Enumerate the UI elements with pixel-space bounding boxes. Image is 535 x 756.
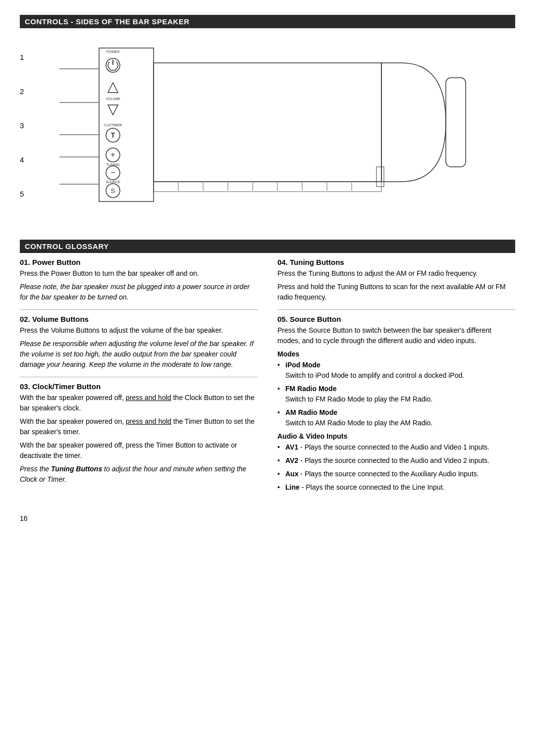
item-03-body1: With the bar speaker powered off, press … — [20, 393, 258, 413]
item-03-italic: Press the Tuning Buttons to adjust the h… — [20, 464, 258, 485]
av2-name: AV2 — [285, 456, 298, 464]
aux-desc: - Plays the source connected to the Auxi… — [298, 470, 479, 478]
svg-text:CLK/TIMER: CLK/TIMER — [104, 123, 122, 127]
svg-text:+: + — [110, 151, 115, 159]
mode-fm-desc: Switch to FM Radio Mode to play the FM R… — [285, 395, 432, 403]
divider-02 — [20, 377, 258, 377]
label-4: 4 — [20, 155, 35, 164]
av-item-av1: AV1 - Plays the source connected to the … — [277, 442, 515, 453]
divider-01 — [20, 309, 258, 310]
svg-marker-23 — [108, 105, 118, 115]
item-03-body3: With the bar speaker powered off, press … — [20, 440, 258, 461]
mode-am-name: AM Radio Mode — [285, 408, 337, 416]
mode-fm: FM Radio Mode Switch to FM Radio Mode to… — [277, 384, 515, 404]
av-item-aux: Aux - Plays the source connected to the … — [277, 469, 515, 479]
line-name: Line — [285, 483, 300, 491]
svg-text:T: T — [111, 131, 115, 139]
aux-name: Aux — [285, 470, 298, 478]
svg-rect-2 — [446, 78, 466, 167]
svg-rect-1 — [154, 63, 381, 182]
mode-fm-name: FM Radio Mode — [285, 385, 336, 393]
line-desc: - Plays the source connected to the Line… — [300, 483, 445, 491]
item-01-italic: Please note, the bar speaker must be plu… — [20, 282, 258, 302]
glossary-item-01: 01. Power Button Press the Power Button … — [20, 258, 258, 302]
av-item-line: Line - Plays the source connected to the… — [277, 482, 515, 493]
divider-04 — [277, 309, 515, 310]
item-02-title: 02. Volume Buttons — [20, 315, 258, 323]
glossary-item-04: 04. Tuning Buttons Press the Tuning Butt… — [277, 258, 515, 302]
svg-text:−: − — [110, 168, 115, 177]
italic-bold-tuning: Tuning Buttons — [51, 465, 102, 473]
item-01-title: 01. Power Button — [20, 258, 258, 266]
av1-name: AV1 — [285, 443, 298, 451]
glossary-item-03: 03. Clock/Timer Button With the bar spea… — [20, 382, 258, 485]
page-number: 16 — [20, 514, 515, 522]
glossary-section: 01. Power Button Press the Power Button … — [20, 258, 515, 500]
underline-presshold-1: press and hold — [126, 394, 171, 402]
label-5: 5 — [20, 190, 35, 198]
svg-rect-12 — [376, 167, 384, 187]
glossary-item-02: 02. Volume Buttons Press the Volume Butt… — [20, 315, 258, 370]
item-05-body: Press the Source Button to switch betwee… — [277, 325, 515, 346]
av1-desc: - Plays the source connected to the Audi… — [298, 443, 489, 451]
label-1: 1 — [20, 53, 35, 61]
diagram-area: 1 2 3 4 5 — [20, 33, 515, 228]
item-03-title: 03. Clock/Timer Button — [20, 382, 258, 391]
item-04-body1: Press the Tuning Buttons to adjust the A… — [277, 268, 515, 279]
glossary-columns: 01. Power Button Press the Power Button … — [20, 258, 515, 500]
mode-am-desc: Switch to AM Radio Mode to play the AM R… — [285, 419, 432, 427]
mode-ipod-desc: Switch to iPod Mode to amplify and contr… — [285, 371, 464, 379]
svg-rect-3 — [154, 182, 381, 192]
svg-marker-21 — [108, 83, 118, 93]
av-title: Audio & Video Inputs — [277, 432, 515, 440]
svg-text:SOURCE: SOURCE — [106, 180, 120, 184]
section1-header: CONTROLS - SIDES OF THE BAR SPEAKER — [20, 15, 515, 28]
item-02-body: Press the Volume Buttons to adjust the v… — [20, 325, 258, 336]
modes-title: Modes — [277, 350, 515, 358]
diagram-labels: 1 2 3 4 5 — [20, 38, 35, 218]
item-01-body: Press the Power Button to turn the bar s… — [20, 268, 258, 279]
mode-am: AM Radio Mode Switch to AM Radio Mode to… — [277, 407, 515, 428]
glossary-left-col: 01. Power Button Press the Power Button … — [20, 258, 258, 500]
item-03-body2: With the bar speaker powered on, press a… — [20, 416, 258, 437]
item-05-title: 05. Source Button — [277, 315, 515, 323]
av-list: AV1 - Plays the source connected to the … — [277, 442, 515, 493]
av2-desc: - Plays the source connected to the Audi… — [298, 456, 489, 464]
glossary-right-col: 04. Tuning Buttons Press the Tuning Butt… — [277, 258, 515, 500]
item-04-title: 04. Tuning Buttons — [277, 258, 515, 266]
section2-header: CONTROL GLOSSARY — [20, 240, 515, 253]
svg-text:VOLUME: VOLUME — [106, 97, 120, 101]
mode-ipod: iPod Mode Switch to iPod Mode to amplify… — [277, 360, 515, 381]
label-3: 3 — [20, 121, 35, 130]
svg-text:S: S — [111, 187, 115, 195]
underline-presshold-2: press and hold — [126, 417, 171, 425]
bar-speaker-diagram: POWER VOLUME CLK/TIMER T + TUNING − — [40, 38, 515, 218]
glossary-item-05: 05. Source Button Press the Source Butto… — [277, 315, 515, 493]
svg-text:POWER: POWER — [107, 50, 119, 53]
av-item-av2: AV2 - Plays the source connected to the … — [277, 455, 515, 466]
item-02-italic: Please be responsible when adjusting the… — [20, 339, 258, 370]
label-2: 2 — [20, 87, 35, 96]
item-04-body2: Press and hold the Tuning Buttons to sca… — [277, 282, 515, 302]
modes-list: iPod Mode Switch to iPod Mode to amplify… — [277, 360, 515, 428]
mode-ipod-name: iPod Mode — [285, 361, 321, 369]
